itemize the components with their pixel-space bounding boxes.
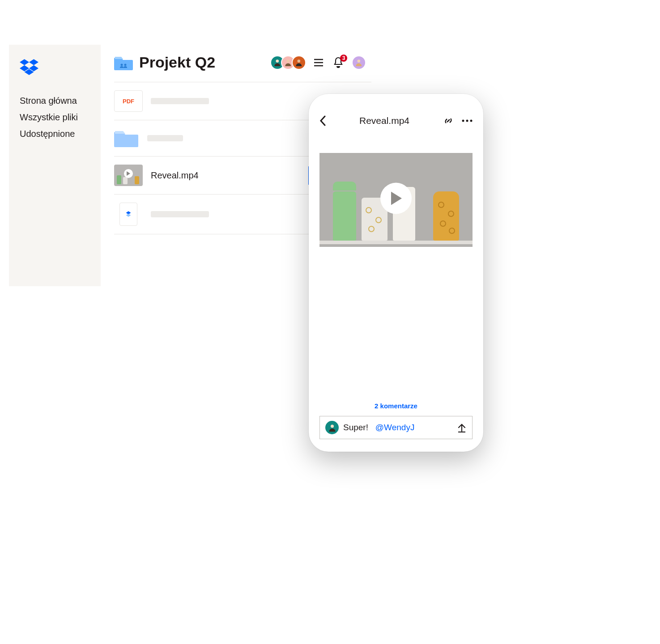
svg-point-2 [276, 59, 279, 63]
folder-header: Projekt Q2 3 [114, 54, 371, 71]
svg-point-0 [121, 64, 123, 66]
nav-all-files[interactable]: Wszystkie pliki [20, 112, 90, 123]
notification-badge: 3 [340, 55, 347, 62]
play-icon[interactable] [380, 183, 412, 214]
folder-title: Projekt Q2 [139, 54, 264, 71]
avatar [292, 55, 306, 70]
file-name-placeholder [147, 135, 183, 141]
sidebar: Strona główna Wszystkie pliki Udostępnio… [9, 45, 101, 286]
file-name-placeholder [151, 211, 209, 217]
file-name-placeholder [151, 98, 209, 104]
menu-icon[interactable] [312, 56, 325, 69]
svg-point-12 [466, 120, 468, 122]
svg-point-19 [440, 221, 446, 226]
folder-icon [114, 128, 139, 148]
video-preview[interactable] [319, 153, 473, 247]
back-icon[interactable] [319, 115, 326, 126]
current-user-avatar[interactable] [352, 55, 366, 70]
svg-point-15 [376, 217, 381, 223]
comment-input[interactable]: Super! @WendyJ [319, 416, 473, 439]
collaborator-avatars[interactable] [270, 55, 306, 70]
comment-body: Super! [343, 423, 368, 432]
nav-home[interactable]: Strona główna [20, 96, 90, 106]
svg-point-13 [470, 120, 473, 122]
svg-point-4 [298, 59, 301, 63]
comment-mention[interactable]: @WendyJ [375, 423, 415, 432]
svg-point-21 [331, 424, 334, 428]
send-icon[interactable] [457, 423, 467, 432]
pdf-icon: PDF [114, 90, 143, 112]
file-name: Reveal.mp4 [151, 170, 300, 181]
paper-doc-icon [119, 203, 137, 226]
more-icon[interactable] [462, 119, 473, 122]
svg-point-11 [462, 120, 464, 122]
nav-shared[interactable]: Udostępnione [20, 129, 90, 139]
link-icon[interactable] [443, 115, 454, 126]
svg-point-1 [124, 64, 127, 66]
dropbox-logo-icon [20, 59, 38, 78]
comments-link[interactable]: 2 komentarze [319, 402, 473, 410]
svg-point-18 [448, 211, 454, 216]
svg-point-3 [287, 59, 290, 63]
svg-point-16 [369, 226, 374, 232]
notifications-icon[interactable]: 3 [332, 56, 345, 69]
svg-point-5 [358, 59, 361, 63]
mobile-preview: Reveal.mp4 2 komentarze Super! [309, 94, 483, 452]
mobile-file-title: Reveal.mp4 [359, 115, 409, 126]
shared-folder-icon [114, 55, 133, 70]
svg-point-14 [366, 208, 371, 213]
svg-point-17 [439, 202, 444, 208]
mobile-header: Reveal.mp4 [319, 115, 473, 126]
avatar [325, 421, 339, 434]
svg-point-20 [449, 228, 455, 233]
video-thumbnail [114, 165, 143, 186]
comment-text: Super! @WendyJ [343, 423, 452, 432]
